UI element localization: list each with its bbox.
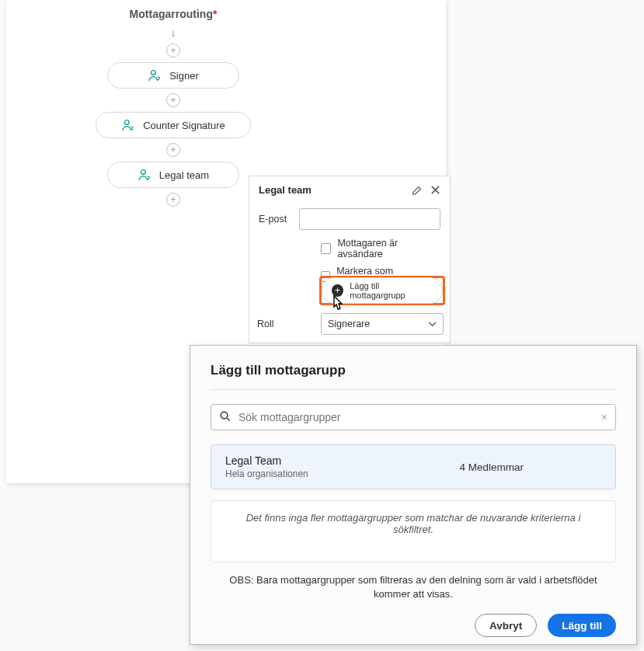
confirm-button[interactable]: Lägg till xyxy=(548,614,616,637)
modal-note: OBS: Bara mottagargrupper som filtreras … xyxy=(211,573,616,601)
routing-node-signer[interactable]: Signer xyxy=(107,62,239,89)
signer-icon xyxy=(121,119,135,131)
cancel-label: Avbryt xyxy=(489,620,522,632)
result-members: 4 Medlemmar xyxy=(459,461,524,473)
routing-node-label: Counter Signature xyxy=(143,120,225,131)
add-recipient-group-button[interactable]: + Lägg till mottagargrupp xyxy=(322,277,443,304)
svg-point-1 xyxy=(125,120,130,125)
recipient-detail-panel: Legal team E-post Mottagaren är avsändar… xyxy=(249,176,451,343)
svg-point-2 xyxy=(141,170,145,175)
highlight-add-group: + Lägg till mottagargrupp xyxy=(319,276,445,305)
arrow-down-icon: ↓ xyxy=(171,26,176,39)
role-select[interactable]: Signerare xyxy=(321,313,444,335)
detail-title: Legal team xyxy=(259,184,312,196)
email-field[interactable] xyxy=(299,208,440,230)
clear-search-icon[interactable]: × xyxy=(601,411,607,423)
routing-title: Mottagarrouting* xyxy=(6,8,340,20)
role-label: Roll xyxy=(257,319,310,329)
required-asterisk: * xyxy=(213,8,217,20)
add-recipient-group-modal: Lägg till mottagarupp × Legal Team Hela … xyxy=(190,345,637,645)
edit-icon[interactable] xyxy=(412,185,423,196)
email-label: E-post xyxy=(259,214,290,225)
role-value: Signerare xyxy=(328,319,370,329)
chevron-down-icon xyxy=(428,319,437,329)
modal-footer: Avbryt Lägg till xyxy=(211,614,616,637)
cancel-button[interactable]: Avbryt xyxy=(475,614,537,637)
add-node-button[interactable]: + xyxy=(166,143,180,157)
add-group-label: Lägg till mottagargrupp xyxy=(350,281,433,300)
svg-point-3 xyxy=(221,412,228,419)
email-row: E-post xyxy=(259,208,440,230)
signer-icon xyxy=(138,169,151,181)
add-node-button[interactable]: + xyxy=(166,193,180,207)
empty-results-message: Det finns inga fler mottagargrupper som … xyxy=(211,500,616,562)
svg-point-0 xyxy=(151,71,156,75)
modal-title: Lägg till mottagarupp xyxy=(211,363,616,390)
routing-node-legal[interactable]: Legal team xyxy=(107,162,239,188)
checkbox-icon[interactable] xyxy=(321,243,331,254)
checkbox-sender-label: Mottagaren är avsändare xyxy=(337,238,440,259)
signer-icon xyxy=(148,69,162,82)
search-icon xyxy=(219,410,231,425)
group-result-item[interactable]: Legal Team Hela organisationen 4 Medlemm… xyxy=(211,444,616,489)
search-wrap[interactable]: × xyxy=(211,404,616,430)
result-name: Legal Team xyxy=(225,454,308,467)
routing-node-label: Legal team xyxy=(159,169,209,181)
search-input[interactable] xyxy=(238,411,594,423)
close-icon[interactable] xyxy=(430,185,440,195)
add-node-button[interactable]: + xyxy=(166,44,180,57)
add-node-button[interactable]: + xyxy=(166,93,180,107)
plus-circle-icon: + xyxy=(332,284,343,297)
confirm-label: Lägg till xyxy=(562,620,602,632)
result-scope: Hela organisationen xyxy=(225,468,308,479)
checkbox-sender-row[interactable]: Mottagaren är avsändare xyxy=(321,238,440,259)
routing-node-label: Signer xyxy=(169,70,199,82)
routing-node-counter[interactable]: Counter Signature xyxy=(96,112,251,138)
routing-title-text: Mottagarrouting xyxy=(130,8,213,20)
